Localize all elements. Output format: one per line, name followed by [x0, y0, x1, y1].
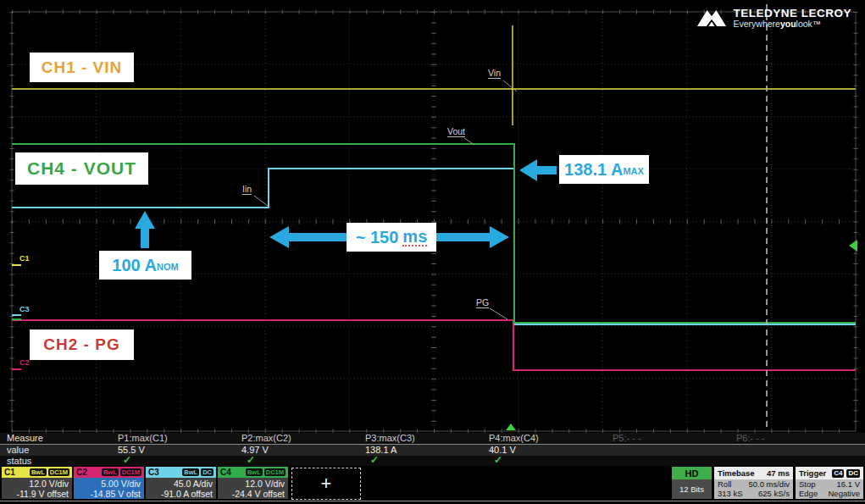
arrow-right-150ms [435, 226, 509, 248]
measure-p6[interactable]: P6:- - - [736, 433, 855, 443]
c1-scale: 12.0 V/div [2, 479, 69, 489]
measure-p3[interactable]: P3:max(C3) [365, 433, 484, 443]
status-row-title: status [7, 456, 31, 466]
c2-scale: 5.00 V/div [74, 479, 141, 489]
teledyne-logo-icon [696, 7, 727, 29]
trace-label-pg: PG [476, 297, 489, 308]
measure-p4[interactable]: P4:max(C4) [489, 433, 607, 443]
brand-name: TELEDYNE LECROY [733, 8, 851, 19]
measure-status-row: status ✓ ✓ ✓ ✓ [0, 456, 865, 466]
measure-p1[interactable]: P1:max(C1) [118, 433, 236, 443]
hd-bits: 12 Bits [672, 479, 712, 499]
arrow-left-150ms [269, 226, 347, 248]
channel-descriptor-c1[interactable]: C1 BwL DC1M 12.0 V/div-11.9 V offset [2, 467, 72, 499]
waveform-traces [12, 25, 856, 370]
bandwidth-limit-badge: BwL [182, 468, 199, 476]
timebase-samples: 313 kS [718, 490, 743, 498]
add-channel-button[interactable]: + [291, 468, 361, 500]
bandwidth-limit-badge: BwL [102, 468, 119, 476]
callout-ch1-vin: CH1 - VIN [30, 53, 134, 82]
hd-label: HD [672, 467, 712, 479]
c4-zero-tick [12, 318, 21, 320]
oscilloscope-screen: TELEDYNE LECROY Everywhereyoulook™ CH1 -… [0, 0, 865, 504]
trigger-type: Edge [799, 490, 818, 498]
trigger-source-badge: C4 [832, 469, 844, 478]
timebase-scale: 50.0 ms/div [748, 480, 790, 489]
measure-p5[interactable]: P5:- - - [613, 433, 731, 443]
c1-zero-tick [12, 264, 21, 266]
annotation-max-current: 138.1 AMAX [559, 155, 649, 184]
hd-mode-box[interactable]: HD 12 Bits [672, 467, 712, 499]
coupling-badge: DC1M [48, 468, 69, 476]
annotation-duration: ~ 150ms [347, 223, 436, 252]
timebase-label: Timebase [718, 468, 755, 478]
teledyne-lecroy-logo: TELEDYNE LECROY Everywhereyoulook™ [696, 7, 851, 29]
measure-row-title: Measure [7, 433, 43, 443]
channel-descriptor-c4[interactable]: C4 BwL DC1M 12.0 V/div-24.4 V offset [218, 467, 288, 499]
status-check-p4: ✓ [494, 454, 613, 466]
timebase-value: 47 ms [767, 468, 790, 478]
trigger-slope: Negative [829, 490, 861, 498]
brand-tagline: Everywhereyoulook™ [733, 19, 851, 29]
coupling-badge: DC [201, 468, 213, 476]
timebase-rate: 625 kS/s [758, 490, 790, 498]
c2-offset: -14.85 V ofst [74, 489, 141, 499]
coupling-badge: DC1M [120, 468, 141, 476]
c4-offset: -24.4 V offset [218, 489, 285, 499]
trace-label-iin: Iin [242, 184, 252, 195]
c3-zero-marker: C3 [19, 306, 30, 313]
c1-zero-marker: C1 [19, 255, 30, 263]
timebase-mode: Roll [718, 480, 731, 489]
value-row-title: value [7, 445, 29, 455]
c3-zero-tick [12, 314, 21, 316]
bandwidth-limit-badge: BwL [246, 468, 263, 476]
measure-p2[interactable]: P2:max(C2) [241, 433, 360, 443]
c4-scale: 12.0 V/div [218, 479, 285, 489]
trigger-coupling-badge: DC [846, 469, 860, 478]
c2-zero-tick [12, 368, 21, 370]
callout-ch2-pg: CH2 - PG [30, 330, 134, 360]
trace-label-vout: Vout [447, 126, 465, 137]
trigger-mode: Stop [799, 480, 816, 489]
trigger-box[interactable]: Trigger C4 DC Stop16.1 V EdgeNegative [796, 467, 863, 499]
arrow-up-to-nom [135, 211, 155, 248]
callout-ch4-vout: CH4 - VOUT [15, 152, 148, 185]
annotation-nominal-current: 100 ANOM [99, 251, 191, 280]
graticule [12, 12, 856, 431]
channel-descriptor-c2[interactable]: C2 BwL DC1M 5.00 V/div-14.85 V ofst [74, 467, 144, 499]
bandwidth-limit-badge: BwL [30, 468, 47, 476]
trigger-time-marker[interactable] [506, 424, 516, 430]
c2-zero-marker: C2 [19, 359, 30, 367]
c3-scale: 45.0 A/div [146, 479, 213, 489]
channel-descriptor-c3[interactable]: C3 BwL DC 45.0 A/div-91.0 A offset [146, 467, 216, 499]
coupling-badge: DC1M [264, 468, 286, 476]
trace-label-vin: Vin [488, 68, 501, 79]
measure-header-row: Measure P1:max(C1) P2:max(C2) P3:max(C3)… [0, 433, 865, 445]
status-check-p2: ✓ [247, 454, 365, 466]
trigger-label: Trigger [799, 468, 826, 478]
bottom-edge-line [0, 501, 865, 501]
trigger-level: 16.1 V [837, 480, 860, 489]
c3-offset: -91.0 A offset [146, 489, 213, 499]
timebase-box[interactable]: Timebase 47 ms Roll50.0 ms/div 313 kS625… [714, 467, 793, 499]
c1-offset: -11.9 V offset [2, 489, 69, 499]
arrow-left-to-max [519, 159, 557, 181]
status-check-p3: ✓ [370, 454, 489, 466]
trigger-level-marker[interactable] [849, 240, 857, 252]
status-check-p1: ✓ [123, 454, 241, 466]
